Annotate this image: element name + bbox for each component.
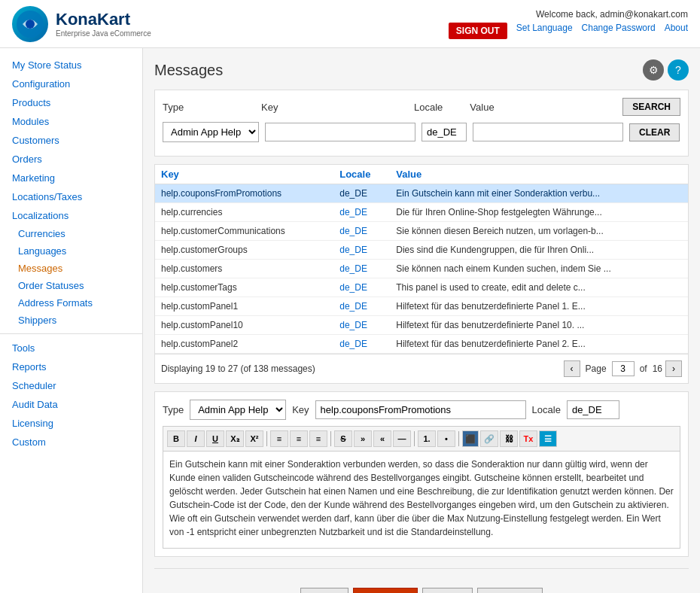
table-row[interactable]: help.customPanel2 de_DE Hilfetext für da… [155, 335, 688, 354]
sidebar-item-languages[interactable]: Languages [0, 242, 142, 260]
table-row[interactable]: help.currencies de_DE Die für Ihren Onli… [155, 203, 688, 222]
new-button[interactable]: NEW [300, 588, 348, 593]
col-locale: Locale [333, 165, 390, 184]
page-title-bar: Messages ⚙ ? [154, 59, 689, 81]
rte-subscript-button[interactable]: X₂ [226, 430, 244, 447]
search-input-row: Admin App Help Admin App Store App Store… [163, 122, 680, 142]
sign-out-button[interactable]: SIGN OUT [449, 23, 507, 39]
rte-ol-button[interactable]: 1. [418, 430, 436, 447]
content-area: Messages ⚙ ? Type Key Locale Value SEARC… [143, 48, 700, 593]
header-nav: SIGN OUT Set Language Change Password Ab… [449, 23, 688, 39]
sidebar-item-reports[interactable]: Reports [0, 357, 142, 376]
about-link[interactable]: About [665, 23, 688, 39]
sidebar-item-my-store-status[interactable]: My Store Status [0, 56, 142, 75]
search-button[interactable]: SEARCH [622, 98, 680, 116]
table-row[interactable]: help.customerCommunications de_DE Sie kö… [155, 222, 688, 241]
rte-image-button[interactable]: ⬛ [462, 430, 479, 447]
sidebar-item-marketing[interactable]: Marketing [0, 169, 142, 187]
sidebar-item-messages[interactable]: Messages [0, 260, 142, 277]
bottom-divider [154, 568, 689, 569]
edit-locale-input[interactable] [567, 400, 619, 419]
table-row[interactable]: help.customerTags de_DE This panel is us… [155, 278, 688, 297]
table-row[interactable]: help.customers de_DE Sie können nach ein… [155, 260, 688, 278]
sidebar-item-modules[interactable]: Modules [0, 112, 142, 131]
key-search-input[interactable] [265, 123, 415, 141]
gear-button[interactable]: ⚙ [643, 59, 664, 81]
edit-type-label: Type [163, 404, 184, 415]
sidebar-item-tools[interactable]: Tools [0, 339, 142, 357]
type-label: Type [163, 102, 189, 113]
save-button[interactable]: SAVE [422, 588, 473, 593]
clear-button[interactable]: CLEAR [629, 123, 680, 141]
rte-underline-button[interactable]: U [206, 430, 224, 447]
table-row[interactable]: help.customerGroups de_DE Dies sind die … [155, 241, 688, 260]
sidebar-item-customers[interactable]: Customers [0, 131, 142, 150]
sidebar-item-shippers[interactable]: Shippers [0, 312, 142, 329]
rte-unlink-button[interactable]: ⛓ [500, 430, 518, 447]
app-title: KonaKart [56, 10, 151, 29]
type-select[interactable]: Admin App Help Admin App Store App Store… [163, 122, 259, 142]
rte-hr-button[interactable]: — [393, 430, 411, 447]
table-row[interactable]: help.customPanel1 de_DE Hilfetext für da… [155, 297, 688, 316]
logo-area: KonaKart Enterprise Java eCommerce [12, 6, 151, 42]
cell-value: Sie können diesen Bereich nutzen, um vor… [390, 222, 688, 241]
help-button[interactable]: ? [668, 59, 689, 81]
set-language-link[interactable]: Set Language [516, 23, 573, 39]
table-row[interactable]: help.couponsFromPromotions de_DE Ein Gut… [155, 184, 688, 203]
sidebar-item-custom[interactable]: Custom [0, 433, 142, 452]
cell-value: Hilfetext für das benutzerdefinierte Pan… [390, 335, 688, 354]
pagination-row: Displaying 19 to 27 (of 138 messages) ‹ … [155, 354, 688, 383]
rte-separator-1 [266, 431, 267, 446]
edit-form-row-1: Type Admin App Help Key Locale [163, 400, 680, 420]
sidebar-item-licensing[interactable]: Licensing [0, 414, 142, 433]
change-password-link[interactable]: Change Password [582, 23, 656, 39]
delete-button[interactable]: DELETE [353, 588, 417, 593]
sidebar-divider [0, 333, 142, 334]
page-number-input[interactable] [612, 361, 635, 376]
sidebar-item-scheduler[interactable]: Scheduler [0, 376, 142, 395]
cancel-button[interactable]: CANCEL [477, 588, 543, 593]
cell-key: help.couponsFromPromotions [155, 184, 333, 203]
sidebar-item-locations-taxes[interactable]: Locations/Taxes [0, 187, 142, 206]
sidebar: My Store Status Configuration Products M… [0, 48, 143, 593]
sidebar-item-configuration[interactable]: Configuration [0, 75, 142, 93]
cell-key: help.customerGroups [155, 241, 333, 260]
rte-superscript-button[interactable]: X² [245, 430, 263, 447]
next-page-button[interactable]: › [665, 360, 682, 377]
prev-page-button[interactable]: ‹ [564, 360, 580, 377]
edit-key-input[interactable] [315, 400, 526, 419]
sidebar-item-products[interactable]: Products [0, 93, 142, 112]
cell-key: help.customPanel10 [155, 316, 333, 335]
cell-value: Hilfetext für das benutzerdefinierte Pan… [390, 316, 688, 335]
sidebar-item-audit-data[interactable]: Audit Data [0, 395, 142, 414]
rte-indent-button[interactable]: » [354, 430, 372, 447]
rte-ul-button[interactable]: • [437, 430, 455, 447]
table-row[interactable]: help.customPanel10 de_DE Hilfetext für d… [155, 316, 688, 335]
rte-link-button[interactable]: 🔗 [480, 430, 498, 447]
table-header-row: Key Locale Value [155, 165, 688, 184]
rte-align-left-button[interactable]: ≡ [270, 430, 288, 447]
sidebar-item-currencies[interactable]: Currencies [0, 225, 142, 242]
rte-strikethrough-button[interactable]: S [334, 430, 352, 447]
header-right: Welcome back, admin@konakart.com SIGN OU… [449, 9, 688, 39]
results-table: Key Locale Value help.couponsFromPromoti… [155, 165, 688, 354]
rte-outdent-button[interactable]: « [373, 430, 391, 447]
sidebar-item-orders[interactable]: Orders [0, 150, 142, 169]
rte-separator-2 [330, 431, 331, 446]
sidebar-item-localizations[interactable]: Localizations [0, 206, 142, 225]
page-label: Page [586, 363, 607, 374]
rte-italic-button[interactable]: I [187, 430, 205, 447]
locale-search-input[interactable] [422, 123, 467, 141]
edit-type-select[interactable]: Admin App Help [190, 400, 286, 420]
edit-locale-label: Locale [532, 404, 561, 415]
sidebar-item-order-statuses[interactable]: Order Statuses [0, 277, 142, 294]
rte-source-button[interactable]: Tx [519, 430, 537, 447]
total-pages: 16 [653, 363, 662, 374]
rte-special-button[interactable]: ☰ [539, 430, 557, 447]
rte-align-center-button[interactable]: ≡ [290, 430, 308, 447]
rte-align-right-button[interactable]: ≡ [309, 430, 327, 447]
value-search-input[interactable] [473, 123, 623, 141]
rte-bold-button[interactable]: B [167, 430, 185, 447]
sidebar-item-address-formats[interactable]: Address Formats [0, 294, 142, 312]
rte-content-area[interactable]: Ein Gutschein kann mit einer Sonderaktio… [163, 451, 680, 549]
